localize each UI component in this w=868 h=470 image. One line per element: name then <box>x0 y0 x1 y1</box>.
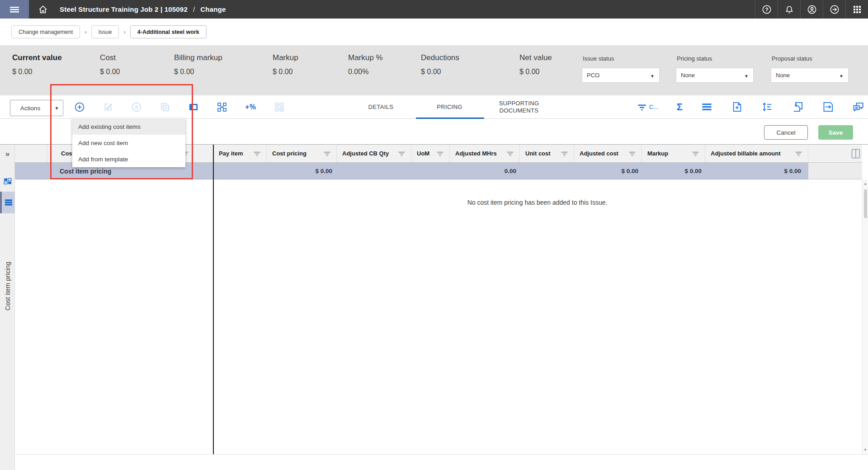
breadcrumb-current-item[interactable]: 4-Additional steel work <box>130 25 207 38</box>
rows-menu-icon[interactable] <box>701 101 713 113</box>
totals-adjusted-billable-amount: $ 0.00 <box>705 163 801 179</box>
chevron-down-icon: ▼ <box>839 74 844 79</box>
scroll-up-arrow[interactable]: ▲ <box>863 182 868 186</box>
sign-out-button[interactable] <box>823 0 845 19</box>
panel-item-summary[interactable] <box>0 171 15 192</box>
project-title: Steel Structure Training Job 2 | 105092 <box>60 5 188 13</box>
chevron-down-icon: ▼ <box>650 74 655 79</box>
column-header-markup[interactable]: Markup <box>642 145 705 162</box>
column-header-pay-item[interactable]: Pay item <box>213 145 267 162</box>
help-icon <box>762 5 772 14</box>
column-header-adjusted-cost[interactable]: Adjusted cost <box>574 145 642 162</box>
add-icon[interactable] <box>74 102 85 113</box>
filter-icon[interactable] <box>323 150 331 157</box>
menu-item-add-existing-cost-items[interactable]: Add existing cost items <box>72 118 185 135</box>
scroll-down-arrow[interactable]: ▼ <box>863 448 868 452</box>
filter-icon[interactable] <box>795 150 802 157</box>
cancel-button[interactable]: Cancel <box>764 125 808 140</box>
breadcrumb-issue[interactable]: Issue <box>91 25 119 38</box>
filter-icon[interactable] <box>628 150 636 157</box>
panel-item-cost-item-pricing[interactable] <box>0 192 15 213</box>
scrollbar-thumb[interactable] <box>864 189 867 218</box>
add-percent-button[interactable]: +% <box>245 103 256 111</box>
tab-supporting-documents[interactable]: SUPPORTING DOCUMENTS <box>490 95 548 119</box>
column-header-adjusted-cb-qty[interactable]: Adjusted CB Qty <box>337 145 411 162</box>
summary-bar: Current value $ 0.00 Cost $ 0.00 Billing… <box>0 45 868 95</box>
empty-grid-message: No cost item pricing has been added to t… <box>213 199 861 206</box>
column-chooser-icon[interactable] <box>851 148 861 159</box>
app-launcher-button[interactable] <box>845 0 868 19</box>
totals-row-filler <box>808 163 862 179</box>
workflow-icon[interactable] <box>217 102 227 113</box>
tab-pricing[interactable]: PRICING <box>415 95 484 119</box>
column-header-uom[interactable]: UoM <box>411 145 450 162</box>
module-title: Change <box>200 5 226 13</box>
bulk-math-icon[interactable] <box>274 102 285 113</box>
topbar-icon-group <box>755 0 868 19</box>
home-button[interactable] <box>29 0 57 19</box>
export-document-icon[interactable] <box>822 101 834 113</box>
saved-filter-button[interactable]: C... <box>637 103 659 111</box>
filter-icon[interactable] <box>561 150 568 157</box>
grid-bottom-border <box>0 454 868 455</box>
filter-icon[interactable] <box>506 150 514 157</box>
totals-adjusted-mhrs: 0.00 <box>450 163 516 179</box>
filter-icon[interactable] <box>692 150 699 157</box>
totals-markup: $ 0.00 <box>642 163 702 179</box>
page-title: Steel Structure Training Job 2 | 105092 … <box>60 0 226 19</box>
chevron-down-icon: ▼ <box>744 74 749 79</box>
title-separator: / <box>193 5 195 13</box>
change-pricing-page: Steel Structure Training Job 2 | 105092 … <box>0 0 868 470</box>
column-header-unit-cost[interactable]: Unit cost <box>520 145 574 162</box>
panel-label-vertical: Cost item pricing <box>0 248 15 324</box>
save-button[interactable]: Save <box>818 125 853 140</box>
tab-details[interactable]: DETAILS <box>353 95 409 119</box>
frozen-column-divider[interactable] <box>213 145 214 454</box>
duplicate-icon[interactable] <box>160 102 170 113</box>
pricing-status-select[interactable]: None ▼ <box>676 68 754 83</box>
issue-status-select[interactable]: PCO ▼ <box>582 68 660 83</box>
rows-list-icon <box>5 199 13 206</box>
vertical-scrollbar[interactable]: ▲ ▼ <box>862 179 868 454</box>
notifications-button[interactable] <box>778 0 800 19</box>
column-header-select[interactable] <box>15 145 47 162</box>
proposal-status-select[interactable]: None ▼ <box>771 68 849 83</box>
panel-view-icon[interactable] <box>188 102 199 113</box>
left-side-panel: » Cost item pricing <box>0 145 15 470</box>
expand-panel-button[interactable]: » <box>0 148 15 160</box>
help-button[interactable] <box>755 0 778 19</box>
breadcrumb-separator: › <box>85 28 86 35</box>
actions-button[interactable]: Actions ▼ <box>10 100 63 116</box>
edit-icon[interactable] <box>103 102 113 113</box>
column-header-cost-pricing[interactable]: Cost pricing <box>267 145 337 162</box>
totals-sigma-button[interactable]: Σ <box>677 101 683 113</box>
top-bar: Steel Structure Training Job 2 | 105092 … <box>0 0 868 19</box>
toolbar-right-icons: C... Σ <box>637 101 864 113</box>
main-menu-button[interactable] <box>0 0 29 19</box>
remove-icon[interactable] <box>131 102 142 113</box>
menu-item-add-new-cost-item[interactable]: Add new cost item <box>72 135 185 151</box>
grid-toolbar: Actions ▼ +% DETAILS PRICING SUPPORTING … <box>0 95 868 119</box>
totals-adjusted-cost: $ 0.00 <box>574 163 638 179</box>
add-document-icon[interactable] <box>731 101 743 113</box>
filter-icon[interactable] <box>436 150 444 157</box>
breadcrumb-separator: › <box>123 28 125 35</box>
home-icon <box>38 5 48 14</box>
menu-item-add-from-template[interactable]: Add from template <box>72 151 185 167</box>
comments-icon[interactable] <box>852 101 864 113</box>
chevron-down-icon: ▼ <box>50 100 63 116</box>
column-header-adjusted-billable-amount[interactable]: Adjusted billable amount <box>705 145 808 162</box>
tab-bar: DETAILS PRICING SUPPORTING DOCUMENTS <box>353 95 548 119</box>
row-height-icon[interactable] <box>761 101 774 113</box>
user-icon <box>807 5 817 14</box>
account-button[interactable] <box>800 0 823 19</box>
filter-icon[interactable] <box>253 150 261 157</box>
hamburger-icon <box>9 5 19 14</box>
bell-icon <box>784 5 794 14</box>
breadcrumb-change-management[interactable]: Change management <box>11 25 80 38</box>
column-header-adjusted-mhrs[interactable]: Adjusted MHrs <box>450 145 520 162</box>
filter-icon[interactable] <box>398 150 406 157</box>
import-document-icon[interactable] <box>792 101 804 113</box>
apps-grid-icon <box>852 5 862 14</box>
filter-icon <box>637 103 647 111</box>
